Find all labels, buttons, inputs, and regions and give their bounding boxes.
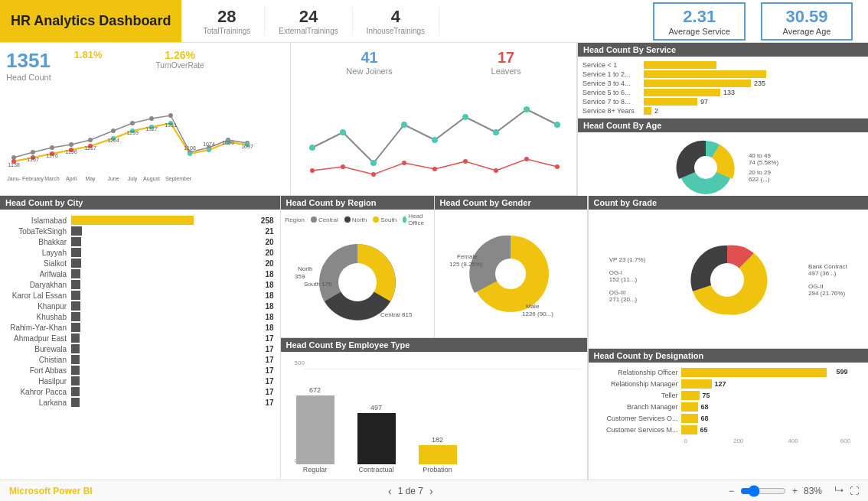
desig-row-4: Customer Services O... 68: [593, 414, 863, 423]
svg-text:1157: 1157: [27, 157, 39, 162]
footer-right: − + 83% ⮡ ⛶: [729, 485, 859, 497]
gender-chart-content: Female 125 (9.25%) Male 1226 (90...): [435, 211, 587, 337]
service-bar-1: [644, 70, 766, 78]
service-row-1: Service 1 to 2...: [582, 70, 863, 78]
gender-pie-svg: Female 125 (9.25%) Male 1226 (90...): [442, 224, 579, 324]
leavers-label: Leavers: [491, 67, 521, 76]
service-row-2: Service 3 to 4... 235: [582, 80, 863, 87]
service-row-0: Service < 1: [582, 61, 863, 69]
list-item: Kahror Pacca 17: [6, 387, 274, 396]
footer-powerbi[interactable]: Microsoft Power BI: [9, 486, 93, 496]
svg-point-1: [31, 150, 35, 155]
list-item: Larkana 17: [6, 398, 274, 407]
share-icon[interactable]: ⮡: [834, 486, 844, 496]
kpi-external-trainings: 24 ExternalTrainings: [265, 7, 352, 35]
sparkline-container: Janu- February March April May June July…: [6, 85, 284, 189]
svg-point-5: [111, 129, 116, 133]
service-bar-5: [644, 107, 651, 115]
zoom-slider[interactable]: [740, 485, 786, 497]
svg-text:Female: Female: [457, 253, 478, 260]
svg-text:1138: 1138: [8, 162, 20, 168]
svg-point-64: [524, 157, 529, 161]
svg-text:May: May: [85, 176, 96, 182]
list-item: Karor Lal Essan 18: [6, 291, 274, 300]
service-row-5: Service 8+ Years 2: [582, 107, 863, 115]
svg-point-2: [50, 145, 54, 150]
svg-point-67: [694, 156, 717, 179]
svg-text:125 (9.25%): 125 (9.25%): [449, 261, 483, 268]
dashboard-body: 1351 Head Count 1.81% 1.26% TurnOverRate: [0, 43, 868, 480]
list-item: Arifwala 18: [6, 269, 274, 278]
next-page-button[interactable]: ›: [429, 485, 433, 497]
external-trainings-label: ExternalTrainings: [279, 27, 338, 35]
city-list: Islamabad 258 TobaTekSingh 21: [0, 211, 280, 480]
svg-text:1108: 1108: [184, 145, 196, 151]
svg-text:1226 (90...): 1226 (90...): [522, 311, 553, 317]
list-item: Layyah 20: [6, 248, 274, 257]
headcount-value: 1351: [6, 49, 51, 73]
svg-point-58: [341, 164, 345, 169]
svg-point-62: [463, 159, 468, 164]
city-chart-panel: Head Count by City Islamabad 258 TobaTek…: [0, 196, 281, 480]
list-item: Ahmadpur East 17: [6, 333, 274, 343]
svg-point-4: [88, 138, 93, 142]
service-bar-2: [644, 80, 751, 87]
region-chart-panel: Head Count by Region Region Central Nort…: [281, 196, 435, 338]
grade-chart-content: VP 23 (1.7%) OG-I152 (11...) OG-III271 (…: [589, 211, 868, 348]
new-joiners-kpi: 41 New Joiners: [346, 49, 393, 76]
svg-text:April: April: [66, 176, 77, 182]
age-pie-svg: [667, 137, 744, 198]
new-joiners-label: New Joiners: [346, 67, 393, 76]
svg-point-22: [188, 151, 192, 156]
prev-page-button[interactable]: ‹: [388, 485, 392, 497]
joiners-leavers-panel: 41 New Joiners 17 Leavers: [291, 43, 577, 196]
region-chart-content: South 176 North 359 Central 815: [281, 228, 434, 337]
avg-age-kpi: 30.59 Average Age: [761, 2, 853, 41]
service-bar-0: [644, 61, 716, 69]
powerbi-link[interactable]: Microsoft Power BI: [9, 486, 93, 496]
svg-point-23: [207, 148, 211, 152]
leavers-kpi: 17 Leavers: [491, 49, 521, 76]
fullscreen-icon[interactable]: ⛶: [850, 486, 859, 496]
zoom-plus-icon[interactable]: +: [792, 486, 798, 496]
svg-point-52: [432, 137, 438, 143]
bar-group: 672 Regular 497 Contractual 182: [296, 386, 572, 473]
svg-text:1327: 1327: [145, 126, 158, 132]
grade-donut-svg: [681, 234, 773, 326]
designation-chart-panel: Head Count by Designation Relationship O…: [588, 349, 868, 480]
right-bottom-panel: Count by Grade VP 23 (1.7%) OG-I152 (11.…: [588, 196, 868, 480]
dashboard-title: HR Analytics Dashboard: [11, 13, 171, 29]
svg-point-75: [495, 259, 526, 289]
desig-bar-5: [681, 425, 697, 434]
svg-text:March: March: [44, 176, 60, 181]
region-chart-title: Head Count by Region: [281, 196, 434, 210]
list-item: Hasilpur 17: [6, 376, 274, 386]
svg-point-55: [524, 106, 530, 112]
kpi-section: 28 TotalTrainings 24 ExternalTrainings 4…: [181, 0, 868, 42]
zoom-minus-icon[interactable]: −: [729, 486, 734, 496]
service-chart-panel: Head Count By Service Service < 1 Servic…: [577, 43, 868, 119]
service-bar-3: [644, 89, 720, 96]
desig-row-3: Branch Manager 68: [593, 402, 863, 412]
headcount-label: Head Count: [6, 73, 51, 82]
leavers-value: 17: [491, 49, 521, 67]
dashboard: HR Analytics Dashboard 28 TotalTrainings…: [0, 0, 868, 501]
svg-point-6: [130, 121, 135, 125]
desig-bar-2: [681, 391, 700, 400]
svg-text:Central 815: Central 815: [380, 311, 413, 318]
emp-type-title: Head Count By Employee Type: [281, 338, 587, 352]
avg-service-label: Average Service: [668, 27, 730, 36]
svg-text:1099: 1099: [222, 140, 234, 145]
y-axis-label: 500: [295, 359, 305, 366]
service-bar-4: [644, 98, 697, 106]
total-trainings-value: 28: [203, 7, 250, 27]
turnover-pct: 1.81%: [74, 49, 103, 60]
bar-regular: 672 Regular: [296, 386, 334, 473]
svg-text:1074: 1074: [203, 142, 215, 147]
kpi-inhouse-trainings: 4 InhouseTrainings: [353, 7, 439, 35]
svg-text:1176: 1176: [46, 153, 58, 158]
svg-point-48: [309, 145, 315, 151]
svg-point-56: [554, 122, 560, 128]
center-bottom: Head Count by Region Region Central Nort…: [281, 196, 588, 480]
list-item: Sialkot 20: [6, 259, 274, 268]
